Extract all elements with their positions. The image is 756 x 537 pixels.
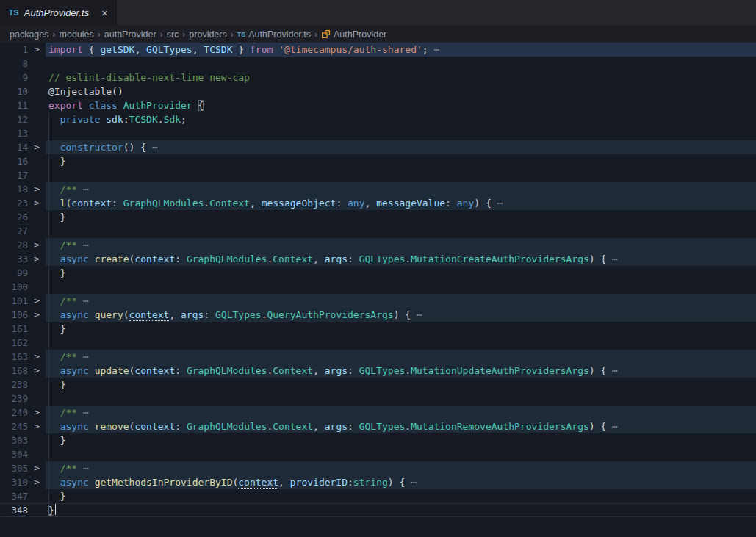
folded-code-ellipsis[interactable]: ⋯ — [77, 407, 89, 418]
breadcrumb-item-authprovider[interactable]: AuthProvider — [321, 29, 386, 40]
folded-code-ellipsis[interactable]: ⋯ — [77, 184, 89, 195]
folded-code-ellipsis[interactable]: ⋯ — [492, 198, 503, 209]
code-line[interactable]: 238 } — [0, 378, 756, 392]
line-number[interactable]: 163 — [0, 350, 28, 364]
line-number[interactable]: 11 — [0, 98, 28, 112]
line-number[interactable]: 106 — [0, 308, 28, 322]
folded-code-ellipsis[interactable]: ⋯ — [77, 463, 89, 474]
fold-chevron-icon[interactable]: > — [28, 475, 46, 489]
folded-code-ellipsis[interactable]: ⋯ — [606, 421, 618, 432]
line-number[interactable]: 101 — [0, 294, 28, 308]
fold-chevron-icon[interactable]: > — [28, 182, 46, 196]
code-line[interactable]: 163> /** ⋯ — [0, 350, 756, 364]
breadcrumb-item-src[interactable]: src — [167, 29, 179, 40]
fold-chevron-icon[interactable]: > — [28, 294, 46, 308]
code-line[interactable]: 240> /** ⋯ — [0, 406, 756, 419]
code-line[interactable]: 16 } — [0, 154, 756, 168]
fold-chevron-icon[interactable]: > — [28, 461, 46, 475]
line-number[interactable]: 239 — [0, 392, 28, 406]
code-line[interactable]: 18> /** ⋯ — [0, 182, 756, 196]
code-line[interactable]: 168> async update(context: GraphQLModule… — [0, 364, 756, 378]
code-line[interactable]: 106> async query(context, args: GQLTypes… — [0, 308, 756, 322]
code-line[interactable]: 26 } — [0, 210, 756, 224]
line-number[interactable]: 33 — [0, 252, 28, 266]
line-number[interactable]: 12 — [0, 112, 28, 126]
editor[interactable]: 1>import { getSDK, GQLTypes, TCSDK } fro… — [0, 43, 756, 537]
breadcrumb-item-modules[interactable]: modules — [60, 29, 94, 40]
line-number[interactable]: 240 — [0, 406, 28, 419]
line-number[interactable]: 303 — [0, 433, 28, 447]
fold-chevron-icon[interactable]: > — [28, 350, 46, 364]
folded-code-ellipsis[interactable]: ⋯ — [77, 239, 89, 251]
breadcrumb-item-authprovider[interactable]: authProvider — [104, 29, 156, 40]
code-line[interactable]: 304 — [0, 447, 756, 461]
fold-chevron-icon[interactable]: > — [28, 196, 46, 210]
code-line[interactable]: 27 — [0, 224, 756, 238]
code-line[interactable]: 310> async getMethodsInProviderByID(cont… — [0, 475, 756, 489]
code-line[interactable]: 101> /** ⋯ — [0, 294, 756, 308]
code-line[interactable]: 10@Injectable() — [0, 84, 756, 98]
folded-code-ellipsis[interactable]: ⋯ — [428, 44, 440, 55]
line-number[interactable]: 305 — [0, 461, 28, 475]
line-number[interactable]: 8 — [0, 57, 28, 71]
line-number[interactable]: 238 — [0, 378, 28, 392]
code-line[interactable]: 162 — [0, 336, 756, 350]
line-number[interactable]: 14 — [0, 140, 28, 154]
breadcrumb-item-packages[interactable]: packages — [10, 29, 49, 40]
fold-chevron-icon[interactable]: > — [28, 308, 46, 322]
folded-code-ellipsis[interactable]: ⋯ — [606, 253, 618, 264]
line-number[interactable]: 13 — [0, 126, 28, 140]
fold-chevron-icon[interactable]: > — [28, 140, 46, 154]
folded-code-ellipsis[interactable]: ⋯ — [77, 295, 89, 306]
breadcrumb-item-authprovider-ts[interactable]: TSAuthProvider.ts — [237, 29, 311, 40]
code-line[interactable]: 14> constructor() { ⋯ — [0, 140, 756, 154]
line-number[interactable]: 9 — [0, 71, 28, 84]
line-number[interactable]: 348 — [0, 504, 28, 516]
code-line[interactable]: 33> async create(context: GraphQLModules… — [0, 252, 756, 266]
fold-chevron-icon[interactable]: > — [28, 43, 46, 57]
line-number[interactable]: 1 — [0, 43, 28, 57]
folded-code-ellipsis[interactable]: ⋯ — [405, 477, 417, 488]
folded-code-ellipsis[interactable]: ⋯ — [411, 309, 422, 320]
line-number[interactable]: 161 — [0, 322, 28, 336]
fold-chevron-icon[interactable]: > — [28, 252, 46, 266]
code-line[interactable]: 17 — [0, 168, 756, 182]
code-line[interactable]: 245> async remove(context: GraphQLModule… — [0, 419, 756, 433]
folded-code-ellipsis[interactable]: ⋯ — [146, 142, 158, 153]
line-number[interactable]: 100 — [0, 280, 28, 294]
code-line[interactable]: 100 — [0, 280, 756, 294]
line-number[interactable]: 17 — [0, 168, 28, 182]
code-line[interactable]: 11export class AuthProvider { — [0, 98, 756, 112]
code-line[interactable]: 348} — [0, 503, 756, 517]
line-number[interactable]: 99 — [0, 266, 28, 280]
code-line[interactable]: 13 — [0, 126, 756, 140]
fold-chevron-icon[interactable]: > — [28, 238, 46, 252]
line-number[interactable]: 162 — [0, 336, 28, 350]
line-number[interactable]: 18 — [0, 182, 28, 196]
line-number[interactable]: 28 — [0, 238, 28, 252]
code-line[interactable]: 8 — [0, 57, 756, 71]
line-number[interactable]: 16 — [0, 154, 28, 168]
line-number[interactable]: 10 — [0, 84, 28, 98]
code-line[interactable]: 9// eslint-disable-next-line new-cap — [0, 71, 756, 84]
line-number[interactable]: 245 — [0, 419, 28, 433]
folded-code-ellipsis[interactable]: ⋯ — [606, 365, 618, 376]
line-number[interactable]: 310 — [0, 475, 28, 489]
fold-chevron-icon[interactable]: > — [28, 406, 46, 419]
line-number[interactable]: 304 — [0, 447, 28, 461]
code-line[interactable]: 1>import { getSDK, GQLTypes, TCSDK } fro… — [0, 43, 756, 57]
line-number[interactable]: 168 — [0, 364, 28, 378]
line-number[interactable]: 27 — [0, 224, 28, 238]
folded-code-ellipsis[interactable]: ⋯ — [77, 351, 89, 362]
code-line[interactable]: 239 — [0, 392, 756, 406]
code-line[interactable]: 161 } — [0, 322, 756, 336]
line-number[interactable]: 347 — [0, 489, 28, 503]
code-line[interactable]: 28> /** ⋯ — [0, 238, 756, 252]
close-tab-icon[interactable]: × — [101, 7, 107, 19]
code-line[interactable]: 347 } — [0, 489, 756, 503]
tab-authprovider[interactable]: TS AuthProvider.ts × — [0, 0, 117, 26]
fold-chevron-icon[interactable]: > — [28, 364, 46, 378]
breadcrumb-item-providers[interactable]: providers — [189, 29, 226, 40]
fold-chevron-icon[interactable]: > — [28, 419, 46, 433]
code-line[interactable]: 12 private sdk:TCSDK.Sdk; — [0, 112, 756, 126]
